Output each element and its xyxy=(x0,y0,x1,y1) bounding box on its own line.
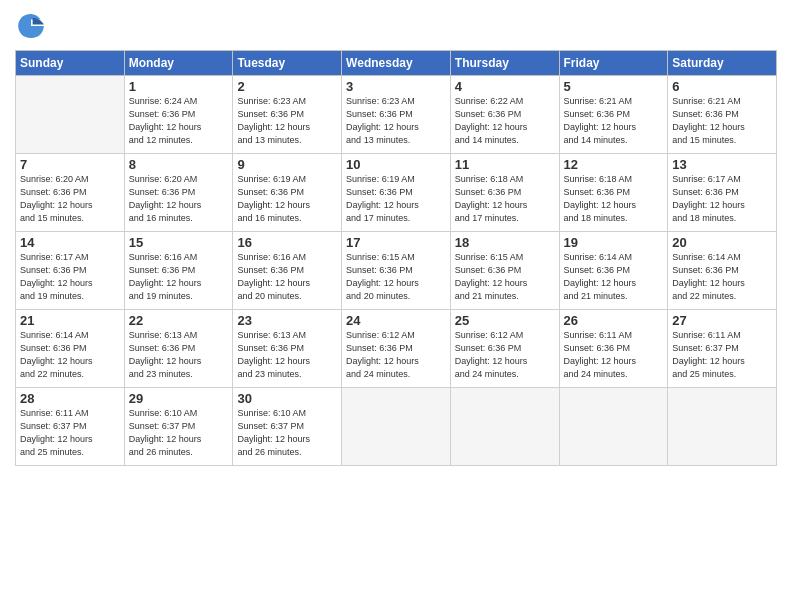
calendar-cell xyxy=(342,388,451,466)
day-number: 14 xyxy=(20,235,120,250)
calendar-cell: 2Sunrise: 6:23 AM Sunset: 6:36 PM Daylig… xyxy=(233,76,342,154)
cell-info: Sunrise: 6:23 AM Sunset: 6:36 PM Dayligh… xyxy=(346,95,446,147)
cell-info: Sunrise: 6:14 AM Sunset: 6:36 PM Dayligh… xyxy=(672,251,772,303)
cell-info: Sunrise: 6:18 AM Sunset: 6:36 PM Dayligh… xyxy=(455,173,555,225)
calendar-cell: 19Sunrise: 6:14 AM Sunset: 6:36 PM Dayli… xyxy=(559,232,668,310)
page: SundayMondayTuesdayWednesdayThursdayFrid… xyxy=(0,0,792,612)
calendar-header-sunday: Sunday xyxy=(16,51,125,76)
calendar-cell: 26Sunrise: 6:11 AM Sunset: 6:36 PM Dayli… xyxy=(559,310,668,388)
cell-info: Sunrise: 6:17 AM Sunset: 6:36 PM Dayligh… xyxy=(20,251,120,303)
cell-info: Sunrise: 6:11 AM Sunset: 6:37 PM Dayligh… xyxy=(20,407,120,459)
day-number: 27 xyxy=(672,313,772,328)
day-number: 18 xyxy=(455,235,555,250)
cell-info: Sunrise: 6:24 AM Sunset: 6:36 PM Dayligh… xyxy=(129,95,229,147)
cell-info: Sunrise: 6:17 AM Sunset: 6:36 PM Dayligh… xyxy=(672,173,772,225)
calendar-cell: 16Sunrise: 6:16 AM Sunset: 6:36 PM Dayli… xyxy=(233,232,342,310)
calendar-header-monday: Monday xyxy=(124,51,233,76)
calendar-cell: 12Sunrise: 6:18 AM Sunset: 6:36 PM Dayli… xyxy=(559,154,668,232)
cell-info: Sunrise: 6:19 AM Sunset: 6:36 PM Dayligh… xyxy=(237,173,337,225)
cell-info: Sunrise: 6:16 AM Sunset: 6:36 PM Dayligh… xyxy=(129,251,229,303)
calendar-header-saturday: Saturday xyxy=(668,51,777,76)
day-number: 5 xyxy=(564,79,664,94)
day-number: 6 xyxy=(672,79,772,94)
cell-info: Sunrise: 6:16 AM Sunset: 6:36 PM Dayligh… xyxy=(237,251,337,303)
cell-info: Sunrise: 6:20 AM Sunset: 6:36 PM Dayligh… xyxy=(20,173,120,225)
day-number: 3 xyxy=(346,79,446,94)
calendar-week-2: 7Sunrise: 6:20 AM Sunset: 6:36 PM Daylig… xyxy=(16,154,777,232)
cell-info: Sunrise: 6:14 AM Sunset: 6:36 PM Dayligh… xyxy=(20,329,120,381)
cell-info: Sunrise: 6:21 AM Sunset: 6:36 PM Dayligh… xyxy=(564,95,664,147)
day-number: 13 xyxy=(672,157,772,172)
day-number: 29 xyxy=(129,391,229,406)
day-number: 15 xyxy=(129,235,229,250)
day-number: 7 xyxy=(20,157,120,172)
day-number: 25 xyxy=(455,313,555,328)
calendar-cell: 27Sunrise: 6:11 AM Sunset: 6:37 PM Dayli… xyxy=(668,310,777,388)
cell-info: Sunrise: 6:13 AM Sunset: 6:36 PM Dayligh… xyxy=(129,329,229,381)
logo-icon xyxy=(15,10,47,42)
cell-info: Sunrise: 6:15 AM Sunset: 6:36 PM Dayligh… xyxy=(455,251,555,303)
day-number: 10 xyxy=(346,157,446,172)
calendar-header-tuesday: Tuesday xyxy=(233,51,342,76)
calendar-cell: 18Sunrise: 6:15 AM Sunset: 6:36 PM Dayli… xyxy=(450,232,559,310)
calendar-cell: 25Sunrise: 6:12 AM Sunset: 6:36 PM Dayli… xyxy=(450,310,559,388)
day-number: 22 xyxy=(129,313,229,328)
day-number: 16 xyxy=(237,235,337,250)
calendar-table: SundayMondayTuesdayWednesdayThursdayFrid… xyxy=(15,50,777,466)
calendar-cell: 15Sunrise: 6:16 AM Sunset: 6:36 PM Dayli… xyxy=(124,232,233,310)
calendar-week-1: 1Sunrise: 6:24 AM Sunset: 6:36 PM Daylig… xyxy=(16,76,777,154)
day-number: 28 xyxy=(20,391,120,406)
cell-info: Sunrise: 6:18 AM Sunset: 6:36 PM Dayligh… xyxy=(564,173,664,225)
calendar-header-friday: Friday xyxy=(559,51,668,76)
day-number: 24 xyxy=(346,313,446,328)
calendar-cell xyxy=(668,388,777,466)
cell-info: Sunrise: 6:19 AM Sunset: 6:36 PM Dayligh… xyxy=(346,173,446,225)
day-number: 17 xyxy=(346,235,446,250)
calendar-cell: 9Sunrise: 6:19 AM Sunset: 6:36 PM Daylig… xyxy=(233,154,342,232)
day-number: 11 xyxy=(455,157,555,172)
calendar-header-row: SundayMondayTuesdayWednesdayThursdayFrid… xyxy=(16,51,777,76)
day-number: 30 xyxy=(237,391,337,406)
calendar-header-wednesday: Wednesday xyxy=(342,51,451,76)
calendar-cell: 21Sunrise: 6:14 AM Sunset: 6:36 PM Dayli… xyxy=(16,310,125,388)
day-number: 4 xyxy=(455,79,555,94)
calendar-cell: 24Sunrise: 6:12 AM Sunset: 6:36 PM Dayli… xyxy=(342,310,451,388)
cell-info: Sunrise: 6:12 AM Sunset: 6:36 PM Dayligh… xyxy=(455,329,555,381)
calendar-cell: 7Sunrise: 6:20 AM Sunset: 6:36 PM Daylig… xyxy=(16,154,125,232)
cell-info: Sunrise: 6:14 AM Sunset: 6:36 PM Dayligh… xyxy=(564,251,664,303)
cell-info: Sunrise: 6:11 AM Sunset: 6:36 PM Dayligh… xyxy=(564,329,664,381)
day-number: 12 xyxy=(564,157,664,172)
calendar-cell: 20Sunrise: 6:14 AM Sunset: 6:36 PM Dayli… xyxy=(668,232,777,310)
calendar-cell xyxy=(450,388,559,466)
cell-info: Sunrise: 6:22 AM Sunset: 6:36 PM Dayligh… xyxy=(455,95,555,147)
calendar-cell: 14Sunrise: 6:17 AM Sunset: 6:36 PM Dayli… xyxy=(16,232,125,310)
calendar-cell: 28Sunrise: 6:11 AM Sunset: 6:37 PM Dayli… xyxy=(16,388,125,466)
cell-info: Sunrise: 6:13 AM Sunset: 6:36 PM Dayligh… xyxy=(237,329,337,381)
calendar-cell: 29Sunrise: 6:10 AM Sunset: 6:37 PM Dayli… xyxy=(124,388,233,466)
cell-info: Sunrise: 6:11 AM Sunset: 6:37 PM Dayligh… xyxy=(672,329,772,381)
cell-info: Sunrise: 6:15 AM Sunset: 6:36 PM Dayligh… xyxy=(346,251,446,303)
calendar-cell: 3Sunrise: 6:23 AM Sunset: 6:36 PM Daylig… xyxy=(342,76,451,154)
calendar-cell: 10Sunrise: 6:19 AM Sunset: 6:36 PM Dayli… xyxy=(342,154,451,232)
calendar-cell: 4Sunrise: 6:22 AM Sunset: 6:36 PM Daylig… xyxy=(450,76,559,154)
calendar-cell: 11Sunrise: 6:18 AM Sunset: 6:36 PM Dayli… xyxy=(450,154,559,232)
calendar-week-3: 14Sunrise: 6:17 AM Sunset: 6:36 PM Dayli… xyxy=(16,232,777,310)
calendar-cell: 22Sunrise: 6:13 AM Sunset: 6:36 PM Dayli… xyxy=(124,310,233,388)
day-number: 1 xyxy=(129,79,229,94)
calendar-cell: 13Sunrise: 6:17 AM Sunset: 6:36 PM Dayli… xyxy=(668,154,777,232)
calendar-cell: 23Sunrise: 6:13 AM Sunset: 6:36 PM Dayli… xyxy=(233,310,342,388)
cell-info: Sunrise: 6:23 AM Sunset: 6:36 PM Dayligh… xyxy=(237,95,337,147)
cell-info: Sunrise: 6:10 AM Sunset: 6:37 PM Dayligh… xyxy=(237,407,337,459)
calendar-week-4: 21Sunrise: 6:14 AM Sunset: 6:36 PM Dayli… xyxy=(16,310,777,388)
cell-info: Sunrise: 6:20 AM Sunset: 6:36 PM Dayligh… xyxy=(129,173,229,225)
day-number: 9 xyxy=(237,157,337,172)
day-number: 20 xyxy=(672,235,772,250)
calendar-cell xyxy=(559,388,668,466)
calendar-cell xyxy=(16,76,125,154)
calendar-cell: 1Sunrise: 6:24 AM Sunset: 6:36 PM Daylig… xyxy=(124,76,233,154)
day-number: 23 xyxy=(237,313,337,328)
calendar-cell: 6Sunrise: 6:21 AM Sunset: 6:36 PM Daylig… xyxy=(668,76,777,154)
cell-info: Sunrise: 6:12 AM Sunset: 6:36 PM Dayligh… xyxy=(346,329,446,381)
cell-info: Sunrise: 6:10 AM Sunset: 6:37 PM Dayligh… xyxy=(129,407,229,459)
day-number: 2 xyxy=(237,79,337,94)
